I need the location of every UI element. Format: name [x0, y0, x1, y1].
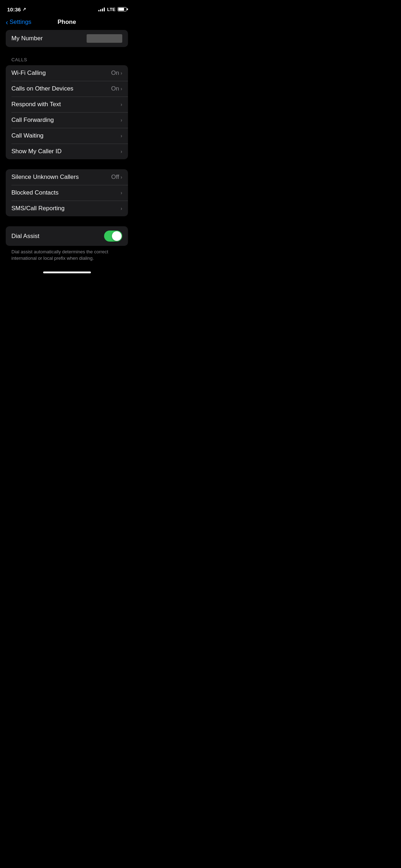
back-button[interactable]: ‹ Settings: [6, 19, 31, 26]
blocked-contacts-label: Blocked Contacts: [11, 189, 58, 196]
wifi-calling-value: On: [111, 69, 119, 77]
blocked-contacts-row[interactable]: Blocked Contacts ›: [6, 185, 128, 201]
silence-unknown-callers-value: Off: [111, 174, 119, 181]
dial-assist-toggle[interactable]: [104, 231, 122, 242]
show-caller-id-chevron-icon: ›: [120, 149, 122, 154]
status-right: LTE: [98, 7, 127, 12]
back-label: Settings: [10, 19, 31, 26]
wifi-calling-label: Wi-Fi Calling: [11, 69, 46, 77]
toggle-knob: [112, 231, 122, 241]
calls-section-header: CALLS: [6, 57, 128, 65]
nav-bar: ‹ Settings Phone: [0, 16, 134, 30]
lte-label: LTE: [107, 7, 115, 12]
call-waiting-right: ›: [120, 133, 122, 139]
home-bar: [43, 272, 91, 273]
silence-unknown-callers-label: Silence Unknown Callers: [11, 174, 79, 181]
show-caller-id-right: ›: [120, 149, 122, 154]
status-bar: 10:36 ↗ LTE: [0, 0, 134, 16]
battery-icon: [118, 7, 127, 11]
location-icon: ↗: [22, 7, 26, 12]
page-title: Phone: [58, 19, 76, 26]
respond-with-text-row[interactable]: Respond with Text ›: [6, 97, 128, 112]
respond-with-text-chevron-icon: ›: [120, 102, 122, 107]
sms-call-reporting-right: ›: [120, 206, 122, 211]
dial-assist-label: Dial Assist: [11, 233, 39, 240]
call-waiting-row[interactable]: Call Waiting ›: [6, 128, 128, 144]
signal-bars: [98, 7, 105, 11]
wifi-calling-right: On ›: [111, 69, 122, 77]
call-forwarding-chevron-icon: ›: [120, 117, 122, 123]
blocked-contacts-chevron-icon: ›: [120, 190, 122, 196]
silence-unknown-callers-chevron-icon: ›: [120, 174, 122, 180]
respond-with-text-right: ›: [120, 102, 122, 107]
calls-other-devices-row[interactable]: Calls on Other Devices On ›: [6, 81, 128, 97]
call-waiting-label: Call Waiting: [11, 132, 43, 139]
call-waiting-chevron-icon: ›: [120, 133, 122, 139]
calls-other-devices-value: On: [111, 85, 119, 92]
sms-call-reporting-chevron-icon: ›: [120, 206, 122, 211]
my-number-label: My Number: [11, 35, 43, 42]
wifi-calling-chevron-icon: ›: [120, 70, 122, 76]
calls-other-devices-right: On ›: [111, 85, 122, 92]
show-caller-id-row[interactable]: Show My Caller ID ›: [6, 144, 128, 159]
my-number-row[interactable]: My Number +1 ••• •••••••: [6, 30, 128, 47]
sms-call-reporting-row[interactable]: SMS/Call Reporting ›: [6, 201, 128, 216]
privacy-section-group: Silence Unknown Callers Off › Blocked Co…: [6, 169, 128, 216]
respond-with-text-label: Respond with Text: [11, 101, 61, 108]
dial-assist-group: Dial Assist: [6, 226, 128, 246]
dial-assist-row[interactable]: Dial Assist: [6, 226, 128, 246]
silence-unknown-callers-row[interactable]: Silence Unknown Callers Off ›: [6, 169, 128, 185]
my-number-section: My Number +1 ••• •••••••: [6, 30, 128, 47]
call-forwarding-row[interactable]: Call Forwarding ›: [6, 112, 128, 128]
show-caller-id-label: Show My Caller ID: [11, 148, 62, 155]
my-number-value: +1 ••• •••••••: [87, 34, 122, 43]
status-time: 10:36 ↗: [7, 6, 26, 12]
calls-other-devices-chevron-icon: ›: [120, 86, 122, 92]
home-indicator: [0, 269, 134, 276]
wifi-calling-row[interactable]: Wi-Fi Calling On ›: [6, 65, 128, 81]
call-forwarding-right: ›: [120, 117, 122, 123]
calls-section-group: Wi-Fi Calling On › Calls on Other Device…: [6, 65, 128, 159]
blocked-contacts-right: ›: [120, 190, 122, 196]
dial-assist-description: Dial assist automatically determines the…: [6, 246, 128, 262]
calls-other-devices-label: Calls on Other Devices: [11, 85, 73, 92]
content: My Number +1 ••• ••••••• CALLS Wi-Fi Cal…: [0, 30, 134, 262]
dial-assist-toggle-container: [104, 231, 122, 242]
call-forwarding-label: Call Forwarding: [11, 117, 54, 124]
back-chevron-icon: ‹: [6, 19, 8, 26]
sms-call-reporting-label: SMS/Call Reporting: [11, 205, 65, 212]
silence-unknown-callers-right: Off ›: [111, 174, 122, 181]
